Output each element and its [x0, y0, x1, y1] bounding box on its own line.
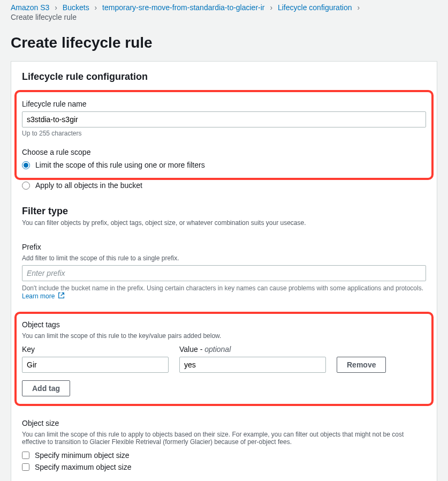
tag-value-label: Value - optional — [179, 345, 326, 354]
tag-value-input[interactable] — [179, 357, 326, 373]
scope-radio-all-label: Apply to all objects in the bucket — [35, 181, 142, 190]
learn-more-link[interactable]: Learn more — [22, 292, 65, 300]
scope-label: Choose a rule scope — [22, 148, 426, 156]
rule-name-input[interactable] — [22, 111, 426, 127]
breadcrumb-sep: › — [55, 3, 57, 12]
breadcrumb-sep: › — [95, 3, 97, 12]
remove-tag-button[interactable]: Remove — [337, 357, 386, 373]
rule-name-label: Lifecycle rule name — [22, 100, 426, 108]
external-link-icon — [58, 292, 65, 299]
breadcrumb-sep: › — [357, 3, 360, 12]
breadcrumb-current: Create lifecycle rule — [11, 13, 437, 21]
tag-key-label: Key — [22, 345, 169, 354]
object-tags-title: Object tags — [22, 320, 426, 329]
prefix-desc: Add filter to limit the scope of this ru… — [22, 254, 426, 262]
prefix-help: Don't include the bucket name in the pre… — [22, 284, 426, 300]
object-tags-desc: You can limit the scope of this rule to … — [22, 332, 426, 340]
scope-radio-limit[interactable] — [22, 161, 30, 169]
add-tag-button[interactable]: Add tag — [22, 380, 70, 396]
rule-name-help: Up to 255 characters — [22, 130, 426, 137]
prefix-label: Prefix — [22, 243, 426, 251]
scope-radio-limit-label: Limit the scope of this rule using one o… — [35, 161, 205, 169]
scope-radio-all[interactable] — [22, 182, 30, 190]
breadcrumb-link-buckets[interactable]: Buckets — [63, 3, 89, 12]
breadcrumb-sep: › — [270, 3, 272, 12]
breadcrumb-link-s3[interactable]: Amazon S3 — [11, 3, 49, 12]
config-panel: Lifecycle rule configuration Lifecycle r… — [11, 61, 437, 481]
section-title-config: Lifecycle rule configuration — [22, 71, 426, 82]
filter-type-desc: You can filter objects by prefix, object… — [22, 219, 426, 227]
min-size-checkbox[interactable] — [22, 452, 29, 459]
page-title: Create lifecycle rule — [0, 24, 448, 61]
highlight-name-scope: Lifecycle rule name Up to 255 characters… — [14, 90, 434, 180]
object-size-title: Object size — [22, 419, 426, 427]
tag-key-input[interactable] — [22, 357, 169, 373]
breadcrumb-link-lifecycle[interactable]: Lifecycle configuration — [278, 3, 352, 12]
min-size-label: Specify minimum object size — [35, 451, 130, 460]
breadcrumb: Amazon S3 › Buckets › temporary-sre-move… — [0, 0, 448, 24]
filter-type-title: Filter type — [22, 206, 426, 217]
breadcrumb-link-bucket[interactable]: temporary-sre-move-from-standardia-to-gl… — [102, 3, 264, 12]
prefix-input[interactable] — [22, 265, 426, 281]
highlight-object-tags: Object tags You can limit the scope of t… — [14, 312, 434, 406]
max-size-label: Specify maximum object size — [35, 463, 132, 471]
object-size-desc: You can limit the scope of this rule to … — [22, 431, 426, 446]
max-size-checkbox[interactable] — [22, 463, 29, 471]
